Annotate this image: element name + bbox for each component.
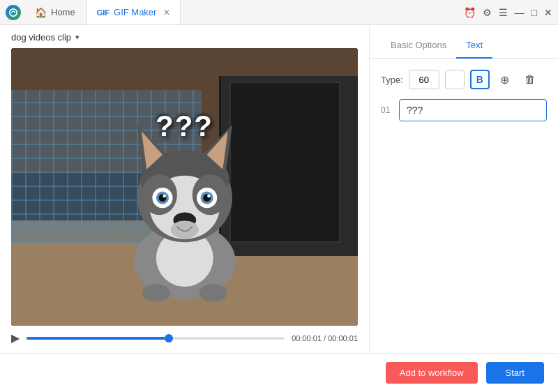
bold-button[interactable]: B — [470, 70, 490, 89]
video-controls: ▶ 00:00:01 / 00:00:01 — [11, 331, 358, 345]
time-display: 00:00:01 / 00:00:01 — [292, 334, 358, 342]
video-label[interactable]: dog videos clip ▾ — [11, 32, 358, 43]
color-picker[interactable] — [445, 70, 465, 89]
bottom-bar: Add to workflow Start — [0, 353, 558, 392]
gif-maker-tab-label: GIF Maker — [114, 7, 156, 17]
right-panel-content: Type: B ⊕ 🗑 01 — [370, 59, 558, 353]
font-size-input[interactable] — [409, 70, 439, 89]
start-button[interactable]: Start — [486, 362, 544, 384]
add-text-button[interactable]: ⊕ — [495, 70, 515, 89]
text-item-row: 01 — [381, 99, 547, 121]
svg-point-21 — [170, 220, 198, 238]
delete-text-button[interactable]: 🗑 — [520, 70, 540, 89]
home-tab[interactable]: 🏠 Home — [24, 0, 86, 24]
svg-point-19 — [207, 194, 211, 197]
type-label: Type: — [381, 75, 403, 85]
progress-bar[interactable] — [27, 337, 285, 340]
play-button[interactable]: ▶ — [11, 331, 20, 345]
video-frame: ??? — [11, 48, 358, 326]
text-item-number: 01 — [381, 105, 393, 115]
home-tab-label: Home — [51, 7, 75, 17]
close-tab-icon[interactable]: ✕ — [163, 8, 170, 17]
left-panel: dog videos clip ▾ — [0, 25, 370, 353]
main-content: dog videos clip ▾ — [0, 25, 558, 353]
title-bar: 🏠 Home GIF GIF Maker ✕ ⏰ ⚙ ☰ — □ ✕ — [0, 0, 558, 25]
tab-text[interactable]: Text — [456, 33, 492, 59]
home-icon: 🏠 — [35, 7, 47, 18]
window-controls: ⏰ ⚙ ☰ — □ ✕ — [464, 7, 552, 18]
text-content-input[interactable] — [399, 99, 547, 121]
maximize-icon[interactable]: □ — [531, 7, 537, 18]
tab-basic-options[interactable]: Basic Options — [381, 33, 456, 59]
menu-icon[interactable]: ☰ — [499, 7, 508, 18]
minimize-icon[interactable]: — — [515, 7, 525, 18]
gif-icon: GIF — [97, 8, 110, 17]
timer-icon[interactable]: ⏰ — [464, 7, 476, 18]
app-logo — [6, 5, 21, 20]
video-container: ??? — [11, 48, 358, 326]
settings-icon[interactable]: ⚙ — [483, 7, 492, 18]
svg-point-23 — [199, 284, 227, 301]
svg-point-22 — [142, 284, 170, 301]
right-panel: Basic Options Text Type: B ⊕ 🗑 01 — [370, 25, 558, 353]
progress-thumb — [165, 334, 173, 342]
add-to-workflow-button[interactable]: Add to workflow — [386, 362, 478, 384]
right-panel-tabs: Basic Options Text — [370, 25, 558, 59]
close-window-icon[interactable]: ✕ — [544, 7, 552, 18]
progress-filled — [27, 337, 169, 340]
type-row: Type: B ⊕ 🗑 — [381, 70, 547, 89]
video-text-overlay: ??? — [156, 110, 213, 143]
svg-point-0 — [10, 8, 17, 16]
gif-maker-tab[interactable]: GIF GIF Maker ✕ — [86, 0, 181, 24]
svg-point-18 — [163, 194, 166, 197]
chevron-down-icon: ▾ — [75, 33, 80, 42]
video-name: dog videos clip — [11, 32, 71, 43]
